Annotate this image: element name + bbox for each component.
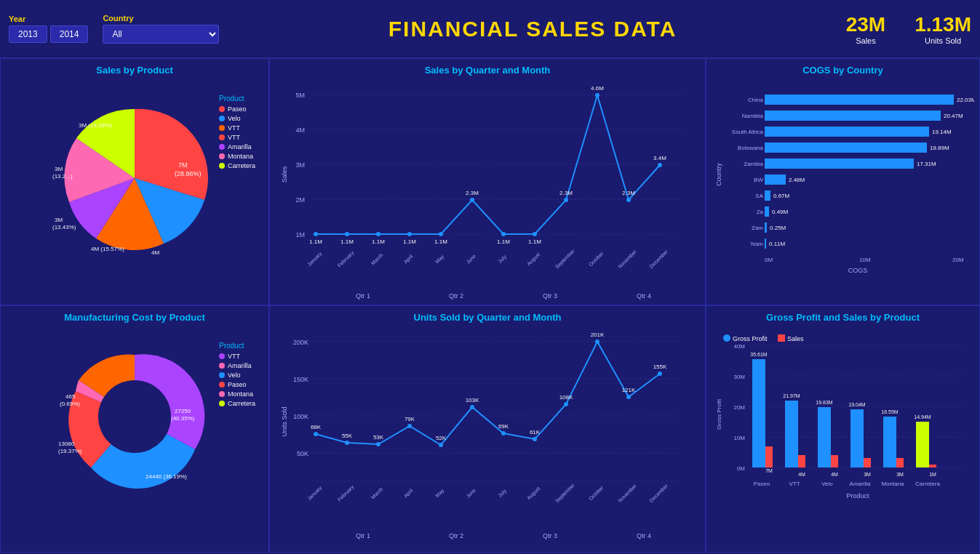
svg-rect-61 [765,95,954,105]
svg-point-118 [470,405,474,409]
svg-rect-82 [765,206,769,217]
svg-text:China: China [748,97,763,103]
svg-text:Namibia: Namibia [742,113,764,119]
svg-text:September: September [554,482,576,504]
svg-point-120 [533,437,537,441]
sales-by-quarter-panel: Sales by Quarter and Month 5M 4M 3M 2M 1… [269,58,706,305]
svg-text:BW: BW [754,177,763,183]
svg-text:2.48M: 2.48M [789,177,805,183]
svg-text:465: 465 [65,393,76,400]
svg-text:Qtr 4: Qtr 4 [637,292,651,300]
svg-text:March: March [370,252,384,266]
svg-text:55K: 55K [342,433,353,439]
svg-text:Sales: Sales [787,335,804,342]
svg-text:Product: Product [846,492,869,499]
svg-text:0.67M: 0.67M [773,193,790,199]
country-select[interactable]: All China Namibia South Africa Botswana … [103,25,219,44]
svg-text:Zam: Zam [752,225,763,231]
svg-point-115 [376,442,381,446]
svg-text:Montana: Montana [881,481,904,487]
svg-text:January: January [306,251,324,268]
svg-rect-176 [818,407,831,467]
svg-text:Qtr 1: Qtr 1 [356,532,370,539]
svg-rect-155 [778,334,785,342]
main-title: FINANCIAL SALES DATA [234,17,831,41]
svg-text:155K: 155K [653,364,667,370]
svg-point-27 [533,232,537,236]
svg-text:1.1M: 1.1M [309,238,322,245]
year-2014-button[interactable]: 2014 [50,25,89,43]
svg-rect-170 [765,446,773,467]
country-filter: Country All China Namibia South Africa B… [103,14,219,44]
svg-text:0M: 0M [737,465,745,472]
svg-text:3M: 3M [295,161,305,169]
svg-text:201K: 201K [591,332,605,338]
sales-by-product-chart: 7M (28.86%) 4M 4M (15.57%) 3M (13.43%) 3… [7,80,263,276]
svg-point-113 [314,432,318,436]
cogs-bar-svg: China 22.03M Namibia 20.47M South Africa… [712,80,974,302]
svg-point-153 [723,334,730,342]
svg-text:2.3M: 2.3M [559,190,573,196]
svg-text:July: July [497,254,508,265]
svg-text:18.89M: 18.89M [930,145,949,151]
mfg-cost-title: Manufacturing Cost by Product [7,312,263,323]
svg-text:July: July [497,488,508,499]
svg-text:3M: 3M [55,217,63,223]
svg-text:1.1M: 1.1M [403,238,416,245]
svg-text:Paseo: Paseo [754,481,770,487]
svg-text:(13.2...): (13.2...) [52,173,73,180]
svg-text:June: June [465,487,477,499]
svg-text:September: September [554,248,576,270]
svg-point-116 [407,424,412,428]
year-buttons: 2013 2014 [9,25,88,43]
svg-text:June: June [465,253,477,265]
svg-point-122 [595,340,599,344]
svg-text:21.97M: 21.97M [783,393,800,398]
svg-text:108K: 108K [559,394,573,401]
svg-text:121K: 121K [622,387,636,393]
svg-point-30 [626,198,631,202]
svg-point-23 [407,232,412,236]
svg-text:Qtr 2: Qtr 2 [449,292,463,300]
svg-text:April: April [403,253,415,265]
svg-text:4M: 4M [798,472,805,477]
svg-point-29 [595,93,599,97]
mfg-cost-panel: Manufacturing Cost by Product 27250 (40.… [0,305,269,553]
mfg-cost-chart: 27250 (40.35%) 24440 (36.19%) 13080 (19.… [7,327,263,523]
svg-text:100K: 100K [293,413,308,420]
sales-kpi: 23M Sales [846,13,885,45]
year-2013-button[interactable]: 2013 [9,25,47,43]
svg-rect-190 [929,465,936,467]
svg-text:Qtr 2: Qtr 2 [449,532,463,539]
svg-text:May: May [434,254,445,265]
svg-text:50K: 50K [297,450,308,457]
svg-rect-172 [785,401,798,467]
svg-text:Country: Country [715,163,722,186]
svg-text:3M: 3M [896,472,904,477]
svg-rect-186 [896,458,904,467]
svg-text:Botswana: Botswana [738,145,764,151]
cogs-by-country-title: COGS by Country [712,65,973,76]
svg-text:VTT: VTT [789,481,800,487]
svg-text:Qtr 4: Qtr 4 [637,532,651,539]
svg-text:0.25M: 0.25M [770,225,786,231]
svg-point-119 [501,431,506,435]
units-by-quarter-panel: Units Sold by Quarter and Month 200K 150… [269,305,706,553]
svg-text:40M: 40M [733,343,745,350]
svg-point-24 [439,232,443,236]
pie-svg: 7M (28.86%) 4M 4M (15.57%) 3M (13.43%) 3… [51,95,218,262]
svg-rect-70 [765,142,927,153]
svg-text:0.49M: 0.49M [772,209,789,215]
units-value: 1.13M [915,13,971,36]
svg-text:3M: 3M [864,472,871,477]
svg-text:October: October [588,484,605,501]
svg-text:November: November [617,249,637,269]
svg-text:19.83M: 19.83M [816,400,833,405]
svg-text:150K: 150K [293,376,308,383]
svg-text:(28.86%): (28.86%) [175,170,202,177]
svg-text:22.03M: 22.03M [957,97,974,103]
svg-text:Qtr 1: Qtr 1 [356,292,370,300]
svg-text:December: December [648,249,669,269]
svg-text:South Africa: South Africa [732,129,764,135]
svg-point-31 [658,163,662,167]
